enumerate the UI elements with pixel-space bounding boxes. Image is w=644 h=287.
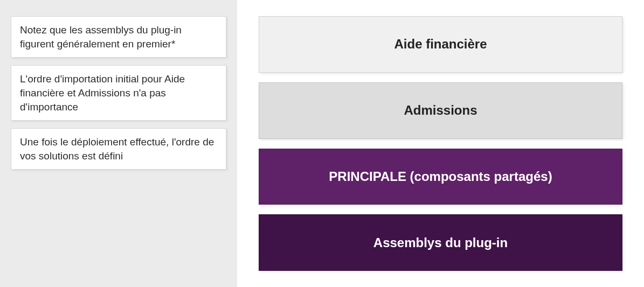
solution-financial-aid: Aide financière [259,16,622,73]
solution-admissions: Admissions [259,82,622,139]
note-item: L'ordre d'importation initial pour Aide … [11,65,226,121]
solution-plugin-assemblies: Assemblys du plug-in [259,214,622,271]
notes-panel: Notez que les assemblys du plug-in figur… [0,0,237,287]
note-item: Une fois le déploiement effectué, l'ordr… [11,128,226,170]
note-item: Notez que les assemblys du plug-in figur… [11,16,226,58]
solutions-stack: Aide financière Admissions PRINCIPALE (c… [237,0,644,287]
solution-principal-shared: PRINCIPALE (composants partagés) [259,149,622,205]
